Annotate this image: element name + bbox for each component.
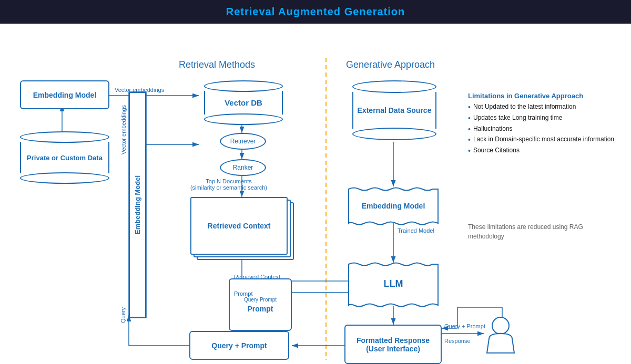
diagram-arrows xyxy=(0,24,631,364)
header-title: Retrieval Augmented Generation xyxy=(226,6,405,18)
limitation-item-2: Updates take Long training time xyxy=(468,113,620,124)
embedding-model-vertical: Embedding Model xyxy=(129,92,146,318)
formatted-response-box: Formatted Response (User Interface) xyxy=(344,325,442,364)
response-label: Response xyxy=(444,338,471,344)
embedding-model-1: Embedding Model xyxy=(20,80,109,109)
trained-model-label: Trained Model xyxy=(398,227,434,234)
main-area: Retrieval Methods Generative Approach Em… xyxy=(0,24,631,364)
limitation-item-3: Hallucinations xyxy=(468,124,620,135)
retrieved-context-arrow-label: Retrieved Context xyxy=(234,274,280,280)
svg-text:LLM: LLM xyxy=(384,278,403,289)
vector-embeddings-vertical-label: Vector embeddings xyxy=(120,105,127,154)
limitation-item-4: Lack in Domain-specific most accurate in… xyxy=(468,134,620,145)
prompt-label: Prompt xyxy=(244,305,277,313)
person-icon xyxy=(484,315,518,355)
limitations-title: Limitations in Generative Approach xyxy=(468,92,620,100)
external-data-label: External Data Source xyxy=(358,106,432,115)
llm-svg: LLM xyxy=(346,262,441,308)
retrieved-context-label: Retrieved Context xyxy=(208,222,271,230)
query-prompt-right-label: Query + Prompt xyxy=(444,323,485,329)
limitation-item-5: Source Citations xyxy=(468,145,620,157)
query-prompt-sub-label: Query Prompt xyxy=(244,297,277,303)
generative-approach-label: Generative Approach xyxy=(346,59,435,70)
rag-note: These limitations are reduced using RAG … xyxy=(468,222,594,241)
vector-db-label: Vector DB xyxy=(225,98,262,107)
external-data-container: External Data Source xyxy=(352,80,436,140)
query-prompt-box: Query + Prompt xyxy=(189,331,289,360)
header-bar: Retrieval Augmented Generation xyxy=(0,0,631,24)
query-label: Query xyxy=(120,307,126,323)
prompt-box: Query Prompt Prompt xyxy=(229,278,292,331)
ranker-oval: Ranker xyxy=(220,159,266,176)
limitations-box: Limitations in Generative Approach Not U… xyxy=(468,92,620,157)
svg-text:Embedding Model: Embedding Model xyxy=(362,202,425,210)
retrieved-context-stack: Retrieved Context xyxy=(189,197,294,265)
top-n-docs-label: Top N Documents (similarity or semantic … xyxy=(187,178,271,191)
limitation-item-1: Not Updated to the latest information xyxy=(468,102,620,113)
vector-db-container: Vector DB xyxy=(204,80,283,125)
retriever-oval: Retriever xyxy=(220,133,266,150)
retrieval-methods-label: Retrieval Methods xyxy=(179,59,255,70)
private-data-label: Private or Custom Data xyxy=(27,154,103,162)
prompt-arrow-label: Prompt xyxy=(234,290,252,297)
embedding-model-vertical-label: Embedding Model xyxy=(134,175,141,234)
private-data-container: Private or Custom Data xyxy=(20,131,109,184)
limitations-list: Not Updated to the latest information Up… xyxy=(468,102,620,157)
embedding-model-2-svg: Embedding Model xyxy=(346,186,441,226)
svg-point-23 xyxy=(492,317,509,334)
